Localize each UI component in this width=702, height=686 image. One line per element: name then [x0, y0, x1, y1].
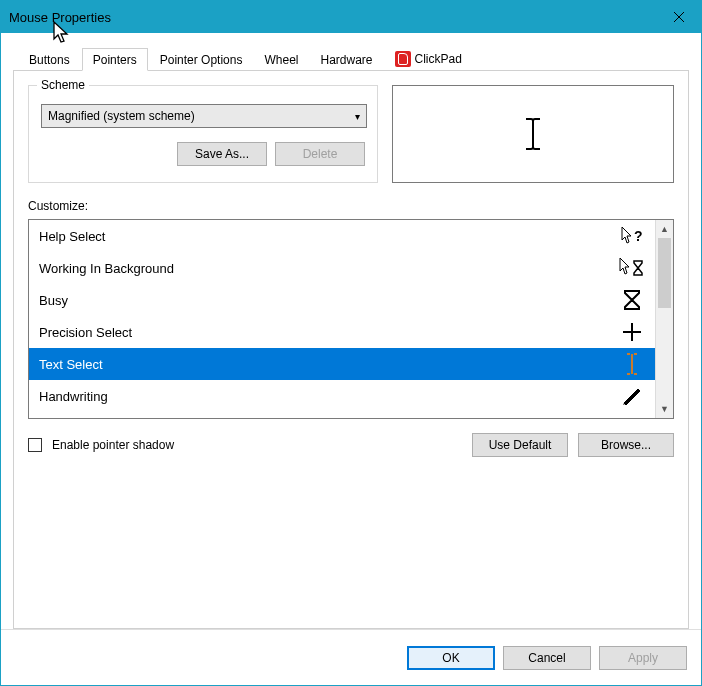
list-item[interactable]: Working In Background: [29, 252, 655, 284]
scroll-thumb[interactable]: [658, 238, 671, 308]
save-as-button[interactable]: Save As...: [177, 142, 267, 166]
ibeam-icon: [524, 117, 542, 151]
arrow-hourglass-icon: [619, 257, 645, 279]
pointer-list[interactable]: Help Select ? Working In Background Busy: [29, 220, 655, 418]
tab-buttons[interactable]: Buttons: [19, 49, 80, 70]
browse-button[interactable]: Browse...: [578, 433, 674, 457]
list-item-label: Text Select: [39, 357, 103, 372]
use-default-button[interactable]: Use Default: [472, 433, 568, 457]
window-title: Mouse Properties: [9, 10, 111, 25]
tab-clickpad[interactable]: ClickPad: [385, 47, 472, 70]
scroll-up-button[interactable]: ▲: [656, 220, 673, 238]
delete-button: Delete: [275, 142, 365, 166]
tab-wheel[interactable]: Wheel: [254, 49, 308, 70]
list-item[interactable]: Handwriting: [29, 380, 655, 412]
tab-hardware[interactable]: Hardware: [310, 49, 382, 70]
ok-button[interactable]: OK: [407, 646, 495, 670]
list-item-label: Busy: [39, 293, 68, 308]
svg-text:?: ?: [634, 228, 643, 244]
scrollbar[interactable]: ▲ ▼: [655, 220, 673, 418]
pen-icon: [619, 386, 645, 406]
scheme-selected-value: Magnified (system scheme): [48, 109, 195, 123]
scroll-track[interactable]: [656, 238, 673, 400]
cancel-button[interactable]: Cancel: [503, 646, 591, 670]
list-item[interactable]: Precision Select: [29, 316, 655, 348]
customize-label: Customize:: [28, 199, 674, 213]
clickpad-icon: [395, 51, 411, 67]
ibeam-icon: [619, 352, 645, 376]
chevron-down-icon: ▾: [355, 111, 360, 122]
arrow-question-icon: ?: [619, 226, 645, 246]
scheme-group: Scheme Magnified (system scheme) ▾ Save …: [28, 85, 378, 183]
apply-button: Apply: [599, 646, 687, 670]
cross-icon: [619, 322, 645, 342]
list-item-label: Working In Background: [39, 261, 174, 276]
hourglass-icon: [619, 289, 645, 311]
titlebar[interactable]: Mouse Properties: [1, 1, 701, 33]
tab-bar: Buttons Pointers Pointer Options Wheel H…: [13, 45, 689, 71]
close-icon: [673, 11, 685, 23]
enable-shadow-label: Enable pointer shadow: [52, 438, 174, 452]
list-item[interactable]: Busy: [29, 284, 655, 316]
tab-pointer-options[interactable]: Pointer Options: [150, 49, 253, 70]
close-button[interactable]: [656, 1, 701, 33]
pointer-preview: [392, 85, 674, 183]
list-item[interactable]: Help Select ?: [29, 220, 655, 252]
list-item-label: Precision Select: [39, 325, 132, 340]
tab-clickpad-label: ClickPad: [415, 52, 462, 66]
scroll-down-button[interactable]: ▼: [656, 400, 673, 418]
list-item-label: Help Select: [39, 229, 105, 244]
list-item-label: Handwriting: [39, 389, 108, 404]
scheme-legend: Scheme: [37, 78, 89, 92]
scheme-select[interactable]: Magnified (system scheme) ▾: [41, 104, 367, 128]
tab-pointers[interactable]: Pointers: [82, 48, 148, 71]
dialog-footer: OK Cancel Apply: [1, 629, 701, 685]
enable-shadow-checkbox[interactable]: [28, 438, 42, 452]
list-item[interactable]: Text Select: [29, 348, 655, 380]
